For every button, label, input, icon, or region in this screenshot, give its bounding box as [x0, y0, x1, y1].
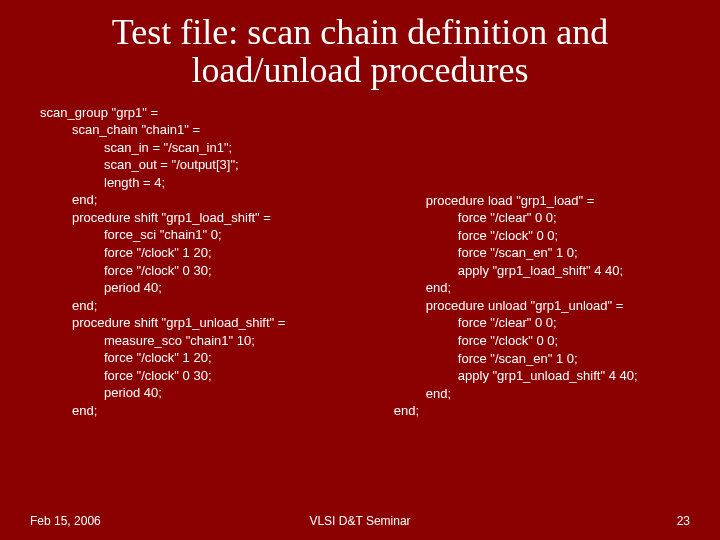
code-line: procedure shift "grp1_load_shift" = [30, 209, 380, 227]
code-line: force "/clock" 0 30; [30, 367, 380, 385]
code-line: force "/clock" 0 0; [384, 332, 690, 350]
footer-page: 23 [677, 514, 690, 528]
slide: Test file: scan chain definition and loa… [0, 0, 720, 540]
code-line: end; [384, 385, 690, 403]
code-column-right: procedure load "grp1_load" =force "/clea… [384, 104, 690, 420]
code-line: period 40; [30, 279, 380, 297]
code-line: apply "grp1_load_shift" 4 40; [384, 262, 690, 280]
code-line: force "/clear" 0 0; [384, 209, 690, 227]
code-line: force_sci "chain1" 0; [30, 226, 380, 244]
code-column-left: scan_group "grp1" =scan_chain "chain1" =… [30, 104, 380, 420]
code-line: end; [30, 297, 380, 315]
footer-date: Feb 15, 2006 [30, 514, 101, 528]
code-line: force "/clear" 0 0; [384, 314, 690, 332]
slide-body: scan_group "grp1" =scan_chain "chain1" =… [30, 104, 690, 420]
code-line: procedure shift "grp1_unload_shift" = [30, 314, 380, 332]
code-line: end; [384, 402, 690, 420]
code-line: scan_group "grp1" = [30, 104, 380, 122]
code-line: force "/clock" 1 20; [30, 244, 380, 262]
code-line: procedure load "grp1_load" = [384, 192, 690, 210]
slide-title: Test file: scan chain definition and loa… [40, 14, 680, 90]
code-line: apply "grp1_unload_shift" 4 40; [384, 367, 690, 385]
code-line: end; [30, 402, 380, 420]
code-line: end; [384, 279, 690, 297]
code-line: scan_out = "/output[3]"; [30, 156, 380, 174]
code-line: force "/clock" 0 30; [30, 262, 380, 280]
code-line: measure_sco "chain1" 10; [30, 332, 380, 350]
code-line: period 40; [30, 384, 380, 402]
slide-footer: Feb 15, 2006 VLSI D&T Seminar 23 [30, 514, 690, 528]
footer-venue: VLSI D&T Seminar [30, 514, 690, 528]
code-line: force "/clock" 0 0; [384, 227, 690, 245]
code-line: end; [30, 191, 380, 209]
code-line: length = 4; [30, 174, 380, 192]
code-line: procedure unload "grp1_unload" = [384, 297, 690, 315]
code-line: force "/scan_en" 1 0; [384, 244, 690, 262]
code-line: scan_chain "chain1" = [30, 121, 380, 139]
code-line: force "/clock" 1 20; [30, 349, 380, 367]
code-line: force "/scan_en" 1 0; [384, 350, 690, 368]
code-line: scan_in = "/scan_in1"; [30, 139, 380, 157]
